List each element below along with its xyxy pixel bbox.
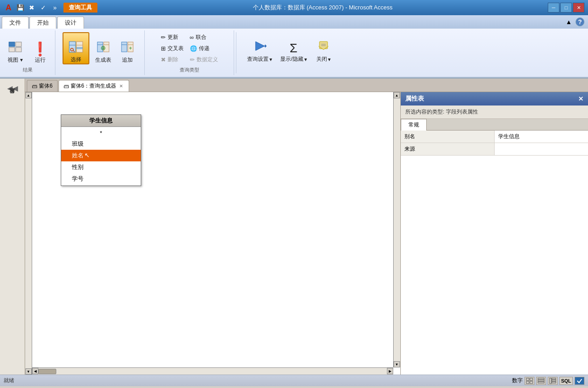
update-label: 更新 xyxy=(168,34,178,41)
tab-form6-label: 窗体6 xyxy=(39,82,53,90)
field-xuehao[interactable]: 学号 xyxy=(61,173,141,185)
undo-button[interactable]: ✖ xyxy=(27,3,37,13)
properties-table: 别名 学生信息 来源 xyxy=(401,131,588,375)
svg-rect-36 xyxy=(552,378,556,380)
append-label: 追加 xyxy=(122,57,133,63)
tab-query-builder-close[interactable]: ✕ xyxy=(118,83,124,89)
field-xingming[interactable]: 姓名 ↖ xyxy=(61,150,141,161)
svg-text:⊕: ⊕ xyxy=(101,44,106,51)
datadef-label: 数据定义 xyxy=(197,56,218,63)
tab-kaishi[interactable]: 开始 xyxy=(29,17,56,29)
hscroll-left[interactable]: ◀ xyxy=(32,368,38,374)
passthrough-label: 传递 xyxy=(199,45,210,52)
nav-collapse-arrow[interactable]: ◀◀ xyxy=(5,82,20,94)
update-button[interactable]: ✏ 更新 xyxy=(159,32,186,42)
properties-tab-general[interactable]: 常规 xyxy=(401,119,427,131)
tab-sheji[interactable]: 设计 xyxy=(57,17,84,29)
v-scrollbar[interactable]: ▲ ▼ xyxy=(393,92,400,367)
svg-rect-38 xyxy=(552,382,556,383)
tab-query-builder-label: 窗体6：查询生成器 xyxy=(71,82,117,90)
run-icon: ❗ xyxy=(32,42,48,56)
prop-row-alias: 别名 学生信息 xyxy=(401,131,588,143)
select-icon xyxy=(68,41,84,55)
window-title: 个人数据库：数据库 (Access 2007) - Microsoft Acce… xyxy=(97,4,548,12)
tab-wenjian[interactable]: 文件 xyxy=(2,17,29,29)
properties-subtitle: 所选内容的类型: 字段列表属性 xyxy=(401,105,588,119)
more-button[interactable]: » xyxy=(50,3,60,13)
properties-title-bar: 属性表 ✕ xyxy=(401,92,588,105)
tab-form6[interactable]: 🗃 窗体6 xyxy=(27,80,58,92)
prop-alias-value[interactable]: 学生信息 xyxy=(495,131,588,143)
cursor-pointer: ↖ xyxy=(84,152,90,159)
delete-button[interactable]: ✖ 删除 xyxy=(159,55,186,65)
save-button[interactable]: 💾 xyxy=(15,3,25,13)
hscroll-right[interactable]: ▶ xyxy=(387,368,393,374)
run-button[interactable]: ❗ 运行 xyxy=(29,32,51,64)
qtype2-col1: ✏ 更新 ⊞ 交叉表 ✖ 删除 xyxy=(159,32,186,65)
close-ribbon-icon xyxy=(317,40,330,55)
qtype2-group-label: 查询类型 xyxy=(180,67,199,73)
svg-rect-16 xyxy=(122,42,127,52)
union-button[interactable]: ∞ 联合 xyxy=(188,32,220,42)
show-hide-label: 显示/隐藏 xyxy=(280,55,303,63)
status-view-icon1[interactable] xyxy=(525,377,534,385)
collapse-ribbon-button[interactable]: ▲ xyxy=(564,17,574,27)
svg-rect-2 xyxy=(16,42,21,46)
status-view-icon3[interactable] xyxy=(548,377,558,385)
vscroll-up[interactable]: ▲ xyxy=(394,92,400,98)
field-xingbie[interactable]: 性别 xyxy=(61,161,141,173)
left-nav: ◀◀ 对象导航 xyxy=(0,79,25,375)
query-settings-label-wrap: 查询设置 ▾ xyxy=(247,55,272,63)
make-table-button[interactable]: ⊕ 生成表 xyxy=(91,32,115,64)
table-widget-student: 学生信息 * 班级 姓名 ↖ 性别 学号 xyxy=(61,114,141,186)
run-label: 运行 xyxy=(35,57,46,63)
maximize-button[interactable]: □ xyxy=(560,3,572,13)
status-view-icon2[interactable] xyxy=(536,377,546,385)
tab-query-builder[interactable]: 🗃 窗体6：查询生成器 ✕ xyxy=(59,80,130,92)
qtype2-content: ✏ 更新 ⊞ 交叉表 ✖ 删除 ∞ 联合 xyxy=(159,32,220,65)
view-button[interactable]: 视图 ▾ xyxy=(4,32,27,64)
scroll-up-btn[interactable]: ▲ xyxy=(25,92,32,98)
hscroll-track xyxy=(38,368,387,375)
field-asterisk[interactable]: * xyxy=(61,128,141,138)
vscroll-down[interactable]: ▼ xyxy=(394,361,400,367)
ribbon-group-results: 视图 ▾ ❗ 运行 结果 xyxy=(0,30,55,75)
help-button[interactable]: ? xyxy=(575,17,584,26)
select-button[interactable]: 选择 xyxy=(63,32,89,64)
ribbon: 视图 ▾ ❗ 运行 结果 xyxy=(0,29,588,79)
redo-button[interactable]: ✓ xyxy=(38,3,48,13)
datadef-button[interactable]: ✏ 数据定义 xyxy=(188,55,220,65)
access-icon[interactable]: A xyxy=(4,3,13,13)
union-icon: ∞ xyxy=(190,34,194,41)
query-settings-label: 查询设置 xyxy=(247,55,269,63)
status-sql-button[interactable]: SQL xyxy=(559,377,573,385)
close-button[interactable]: 关闭 ▾ xyxy=(312,32,335,64)
status-check-button[interactable] xyxy=(575,377,584,385)
ribbon-right-controls: ▲ ? xyxy=(564,17,588,29)
crosstab-button[interactable]: ⊞ 交叉表 xyxy=(159,43,186,54)
scroll-down-btn[interactable]: ▼ xyxy=(25,368,32,375)
query-settings-button[interactable]: 查询设置 ▾ xyxy=(244,32,275,64)
doc-tabs: 🗃 窗体6 🗃 窗体6：查询生成器 ✕ xyxy=(25,79,588,92)
properties-tabs: 常规 xyxy=(401,119,588,131)
minimize-button[interactable]: ─ xyxy=(548,3,559,13)
h-scrollbar[interactable]: ◀ ▶ xyxy=(32,367,393,375)
update-icon: ✏ xyxy=(161,34,166,41)
append-button[interactable]: + 追加 xyxy=(117,32,138,64)
show-hide-icon: Σ xyxy=(290,42,297,55)
delete-label: 删除 xyxy=(168,56,178,63)
svg-text:+: + xyxy=(129,45,132,51)
title-bar: A 💾 ✖ ✓ » 查询工具 个人数据库：数据库 (Access 2007) -… xyxy=(0,0,588,15)
ribbon-group-querytype2: ✏ 更新 ⊞ 交叉表 ✖ 删除 ∞ 联合 xyxy=(145,30,234,75)
show-hide-button[interactable]: Σ 显示/隐藏 ▾ xyxy=(277,32,310,64)
prop-source-value[interactable] xyxy=(495,143,588,155)
properties-close-btn[interactable]: ✕ xyxy=(578,95,584,102)
passthrough-button[interactable]: 🌐 传递 xyxy=(188,43,220,54)
svg-rect-35 xyxy=(550,378,551,384)
close-button[interactable]: ✕ xyxy=(573,3,584,13)
designer-left-scroll[interactable]: ▲ ▼ xyxy=(25,92,32,375)
field-banji[interactable]: 班级 xyxy=(61,138,141,150)
separator1 xyxy=(236,32,236,73)
properties-title: 属性表 xyxy=(405,95,424,103)
tab-form6-icon: 🗃 xyxy=(32,83,37,89)
